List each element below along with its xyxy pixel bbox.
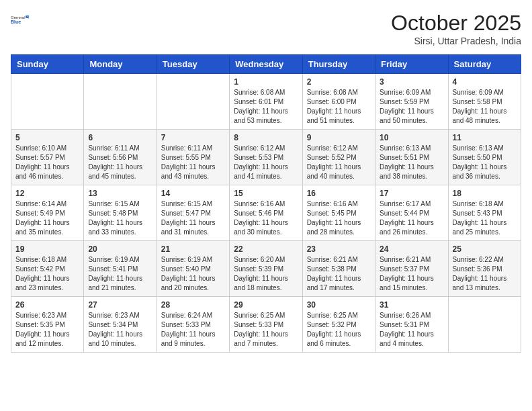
- calendar-cell: 19Sunrise: 6:18 AMSunset: 5:42 PMDayligh…: [11, 241, 84, 297]
- day-number: 27: [88, 300, 152, 310]
- day-info: Sunrise: 6:21 AMSunset: 5:38 PMDaylight:…: [307, 255, 371, 293]
- calendar-cell: [448, 297, 521, 353]
- day-number: 14: [161, 189, 225, 198]
- day-info: Sunrise: 6:09 AMSunset: 5:58 PMDaylight:…: [453, 88, 517, 126]
- day-number: 28: [161, 300, 225, 310]
- weekday-header-sunday: Sunday: [11, 55, 84, 74]
- month-title: October 2025: [391, 11, 521, 36]
- calendar-week-5: 26Sunrise: 6:23 AMSunset: 5:35 PMDayligh…: [11, 297, 521, 353]
- day-info: Sunrise: 6:10 AMSunset: 5:57 PMDaylight:…: [15, 144, 79, 181]
- calendar-cell: 16Sunrise: 6:16 AMSunset: 5:45 PMDayligh…: [302, 185, 375, 241]
- calendar-cell: 1Sunrise: 6:08 AMSunset: 6:01 PMDaylight…: [230, 74, 302, 130]
- svg-text:Blue: Blue: [11, 19, 21, 24]
- day-number: 30: [307, 300, 371, 310]
- day-info: Sunrise: 6:11 AMSunset: 5:55 PMDaylight:…: [161, 144, 225, 181]
- calendar-cell: 13Sunrise: 6:15 AMSunset: 5:48 PMDayligh…: [84, 185, 157, 241]
- day-number: 29: [234, 300, 298, 310]
- calendar-cell: 23Sunrise: 6:21 AMSunset: 5:38 PMDayligh…: [302, 241, 375, 297]
- day-info: Sunrise: 6:17 AMSunset: 5:44 PMDaylight:…: [380, 199, 443, 237]
- calendar-cell: [157, 74, 229, 130]
- location-subtitle: Sirsi, Uttar Pradesh, India: [391, 36, 521, 46]
- calendar-cell: 4Sunrise: 6:09 AMSunset: 5:58 PMDaylight…: [448, 74, 521, 130]
- calendar-cell: 11Sunrise: 6:13 AMSunset: 5:50 PMDayligh…: [448, 130, 521, 185]
- calendar-cell: 3Sunrise: 6:09 AMSunset: 5:59 PMDaylight…: [375, 74, 448, 130]
- calendar-cell: 8Sunrise: 6:12 AMSunset: 5:53 PMDaylight…: [230, 130, 302, 185]
- day-info: Sunrise: 6:19 AMSunset: 5:41 PMDaylight:…: [88, 255, 152, 293]
- calendar-cell: 5Sunrise: 6:10 AMSunset: 5:57 PMDaylight…: [11, 130, 84, 185]
- calendar-table: SundayMondayTuesdayWednesdayThursdayFrid…: [11, 54, 521, 353]
- day-info: Sunrise: 6:21 AMSunset: 5:37 PMDaylight:…: [380, 255, 443, 293]
- calendar-cell: 21Sunrise: 6:19 AMSunset: 5:40 PMDayligh…: [157, 241, 229, 297]
- day-info: Sunrise: 6:16 AMSunset: 5:45 PMDaylight:…: [307, 199, 371, 237]
- calendar-cell: 17Sunrise: 6:17 AMSunset: 5:44 PMDayligh…: [375, 185, 448, 241]
- logo: GeneralBlue: [11, 11, 32, 30]
- day-info: Sunrise: 6:26 AMSunset: 5:31 PMDaylight:…: [380, 311, 443, 349]
- calendar-cell: 29Sunrise: 6:25 AMSunset: 5:33 PMDayligh…: [230, 297, 302, 353]
- day-info: Sunrise: 6:25 AMSunset: 5:33 PMDaylight:…: [234, 311, 298, 349]
- day-number: 1: [234, 77, 298, 87]
- day-info: Sunrise: 6:18 AMSunset: 5:43 PMDaylight:…: [453, 199, 517, 237]
- day-info: Sunrise: 6:13 AMSunset: 5:50 PMDaylight:…: [453, 144, 517, 181]
- day-info: Sunrise: 6:08 AMSunset: 6:00 PMDaylight:…: [307, 88, 371, 126]
- logo-icon: GeneralBlue: [11, 11, 30, 30]
- day-info: Sunrise: 6:14 AMSunset: 5:49 PMDaylight:…: [15, 199, 79, 237]
- day-number: 13: [88, 189, 152, 198]
- calendar-cell: 10Sunrise: 6:13 AMSunset: 5:51 PMDayligh…: [375, 130, 448, 185]
- day-info: Sunrise: 6:08 AMSunset: 6:01 PMDaylight:…: [234, 88, 298, 126]
- calendar-cell: 7Sunrise: 6:11 AMSunset: 5:55 PMDaylight…: [157, 130, 229, 185]
- day-info: Sunrise: 6:24 AMSunset: 5:33 PMDaylight:…: [161, 311, 225, 349]
- calendar-cell: 28Sunrise: 6:24 AMSunset: 5:33 PMDayligh…: [157, 297, 229, 353]
- calendar-cell: [84, 74, 157, 130]
- weekday-header-tuesday: Tuesday: [157, 55, 229, 74]
- calendar-cell: 9Sunrise: 6:12 AMSunset: 5:52 PMDaylight…: [302, 130, 375, 185]
- day-number: 18: [453, 189, 517, 198]
- calendar-week-4: 19Sunrise: 6:18 AMSunset: 5:42 PMDayligh…: [11, 241, 521, 297]
- calendar-cell: 31Sunrise: 6:26 AMSunset: 5:31 PMDayligh…: [375, 297, 448, 353]
- day-number: 19: [15, 244, 79, 254]
- day-number: 5: [15, 133, 79, 142]
- day-info: Sunrise: 6:23 AMSunset: 5:35 PMDaylight:…: [15, 311, 79, 349]
- calendar-cell: 26Sunrise: 6:23 AMSunset: 5:35 PMDayligh…: [11, 297, 84, 353]
- day-number: 2: [307, 77, 371, 87]
- calendar-cell: 25Sunrise: 6:22 AMSunset: 5:36 PMDayligh…: [448, 241, 521, 297]
- day-number: 25: [453, 244, 517, 254]
- day-number: 3: [380, 77, 443, 87]
- calendar-cell: 18Sunrise: 6:18 AMSunset: 5:43 PMDayligh…: [448, 185, 521, 241]
- calendar-cell: [11, 74, 84, 130]
- calendar-week-2: 5Sunrise: 6:10 AMSunset: 5:57 PMDaylight…: [11, 130, 521, 185]
- calendar-cell: 15Sunrise: 6:16 AMSunset: 5:46 PMDayligh…: [230, 185, 302, 241]
- day-info: Sunrise: 6:11 AMSunset: 5:56 PMDaylight:…: [88, 144, 152, 181]
- page-header: GeneralBlue October 2025 Sirsi, Uttar Pr…: [11, 11, 521, 46]
- day-number: 10: [380, 133, 443, 142]
- day-number: 23: [307, 244, 371, 254]
- weekday-header-row: SundayMondayTuesdayWednesdayThursdayFrid…: [11, 55, 521, 74]
- day-info: Sunrise: 6:16 AMSunset: 5:46 PMDaylight:…: [234, 199, 298, 237]
- day-number: 31: [380, 300, 443, 310]
- calendar-cell: 27Sunrise: 6:23 AMSunset: 5:34 PMDayligh…: [84, 297, 157, 353]
- calendar-cell: 14Sunrise: 6:15 AMSunset: 5:47 PMDayligh…: [157, 185, 229, 241]
- calendar-week-3: 12Sunrise: 6:14 AMSunset: 5:49 PMDayligh…: [11, 185, 521, 241]
- day-info: Sunrise: 6:12 AMSunset: 5:52 PMDaylight:…: [307, 144, 371, 181]
- day-info: Sunrise: 6:12 AMSunset: 5:53 PMDaylight:…: [234, 144, 298, 181]
- day-info: Sunrise: 6:23 AMSunset: 5:34 PMDaylight:…: [88, 311, 152, 349]
- day-info: Sunrise: 6:20 AMSunset: 5:39 PMDaylight:…: [234, 255, 298, 293]
- day-info: Sunrise: 6:25 AMSunset: 5:32 PMDaylight:…: [307, 311, 371, 349]
- day-number: 16: [307, 189, 371, 198]
- day-number: 6: [88, 133, 152, 142]
- calendar-cell: 22Sunrise: 6:20 AMSunset: 5:39 PMDayligh…: [230, 241, 302, 297]
- weekday-header-monday: Monday: [84, 55, 157, 74]
- day-number: 15: [234, 189, 298, 198]
- calendar-cell: 2Sunrise: 6:08 AMSunset: 6:00 PMDaylight…: [302, 74, 375, 130]
- title-section: October 2025 Sirsi, Uttar Pradesh, India: [391, 11, 521, 46]
- calendar-cell: 30Sunrise: 6:25 AMSunset: 5:32 PMDayligh…: [302, 297, 375, 353]
- day-number: 22: [234, 244, 298, 254]
- calendar-cell: 6Sunrise: 6:11 AMSunset: 5:56 PMDaylight…: [84, 130, 157, 185]
- weekday-header-friday: Friday: [375, 55, 448, 74]
- day-number: 12: [15, 189, 79, 198]
- day-number: 9: [307, 133, 371, 142]
- calendar-week-1: 1Sunrise: 6:08 AMSunset: 6:01 PMDaylight…: [11, 74, 521, 130]
- calendar-cell: 24Sunrise: 6:21 AMSunset: 5:37 PMDayligh…: [375, 241, 448, 297]
- weekday-header-wednesday: Wednesday: [230, 55, 302, 74]
- day-number: 21: [161, 244, 225, 254]
- day-info: Sunrise: 6:13 AMSunset: 5:51 PMDaylight:…: [380, 144, 443, 181]
